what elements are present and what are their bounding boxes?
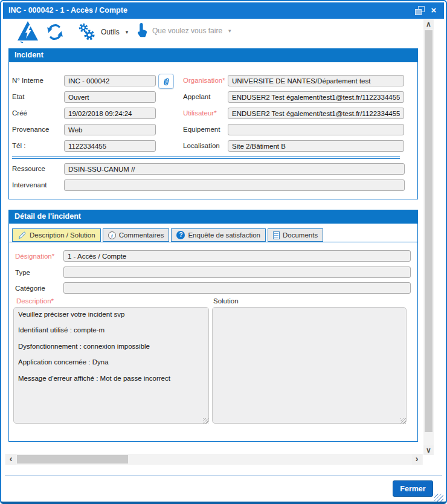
equipment-label: Equipement	[183, 126, 220, 133]
tab-enquete-satisfaction[interactable]: ? Enquête de satisfaction	[171, 228, 266, 242]
category-field[interactable]	[63, 282, 411, 294]
phone-field[interactable]	[64, 140, 156, 152]
warning-triangle-icon	[17, 20, 39, 43]
chevron-down-icon: ▾	[228, 28, 231, 34]
designation-label: Désignation*	[15, 253, 54, 260]
tabs-baseline	[9, 242, 417, 242]
question-icon: ?	[176, 231, 185, 239]
horizontal-scrollbar-thumb[interactable]	[17, 455, 128, 464]
incident-panel-title: Incident	[14, 51, 43, 59]
created-label: Créé	[12, 109, 27, 117]
location-label: Localisation	[183, 142, 220, 149]
popout-icon[interactable]	[415, 6, 425, 15]
description-resize-grip[interactable]	[203, 418, 208, 424]
internal-number-label: N° Interne	[12, 77, 43, 84]
tab-label: Documents	[283, 231, 318, 239]
solution-label: Solution	[213, 297, 239, 305]
vertical-scrollbar-thumb[interactable]	[425, 30, 433, 432]
gears-icon	[77, 22, 97, 42]
tools-menu-button[interactable]: Outils ▾	[77, 22, 128, 42]
equipment-field[interactable]	[228, 124, 404, 135]
type-label: Type	[15, 269, 30, 276]
caller-label: Appelant	[183, 93, 210, 100]
internal-number-field[interactable]	[64, 75, 156, 86]
detail-tabs: Description / Solution i Commentaires ? …	[12, 228, 323, 242]
state-label: Etat	[12, 93, 24, 100]
tab-documents[interactable]: Documents	[268, 228, 323, 242]
designation-field[interactable]	[63, 250, 411, 262]
paperclip-icon	[161, 76, 172, 87]
scroll-right-arrow[interactable]: ›	[412, 454, 422, 465]
dialog-titlebar: INC - 000042 - 1 - Accès / Compte ×	[3, 2, 444, 19]
state-field[interactable]	[64, 91, 156, 103]
incident-dialog: INC - 000042 - 1 - Accès / Compte ×	[0, 0, 447, 504]
scroll-up-arrow[interactable]: ∧	[423, 19, 434, 29]
scroll-down-arrow[interactable]: ∨	[423, 445, 434, 455]
tab-label: Description / Solution	[30, 231, 95, 239]
user-label: Utilisateur*	[183, 109, 217, 117]
document-icon	[273, 231, 280, 239]
tab-label: Commentaires	[119, 231, 164, 239]
hand-pointer-icon	[135, 22, 149, 40]
origin-label: Provenance	[12, 126, 49, 133]
window-resize-grip[interactable]	[434, 494, 443, 502]
incident-panel-header: Incident	[8, 48, 418, 62]
resource-field[interactable]	[64, 163, 405, 175]
created-field[interactable]	[64, 108, 156, 119]
incident-alert-button[interactable]	[17, 20, 39, 45]
close-icon[interactable]: ×	[428, 2, 439, 19]
caller-field[interactable]	[228, 91, 404, 103]
fermer-button[interactable]: Fermer	[393, 480, 433, 497]
scroll-left-arrow[interactable]: ‹	[6, 454, 16, 465]
user-field[interactable]	[228, 108, 404, 119]
origin-field[interactable]	[64, 124, 156, 135]
dialog-title: INC - 000042 - 1 - Accès / Compte	[8, 6, 127, 15]
footer-divider	[5, 475, 442, 476]
chevron-down-icon: ▾	[126, 29, 129, 35]
tab-label: Enquête de satisfaction	[188, 231, 260, 239]
tools-menu-label: Outils	[101, 28, 120, 36]
category-label: Catégorie	[15, 285, 45, 292]
description-label: Description*	[16, 297, 54, 305]
detail-panel-title: Détail de l'incident	[14, 212, 81, 221]
actions-menu-label: Que voulez vous faire	[152, 27, 222, 35]
tab-description-solution[interactable]: Description / Solution	[12, 228, 101, 242]
assignee-label: Intervenant	[12, 181, 47, 189]
assignee-field[interactable]	[64, 179, 405, 191]
refresh-button[interactable]	[47, 24, 63, 43]
detail-panel-header: Détail de l'incident	[8, 210, 418, 224]
phone-label: Tél :	[12, 142, 25, 149]
solution-textarea[interactable]	[212, 307, 407, 424]
description-textarea[interactable]: Veuillez préciser votre incident svp Ide…	[13, 307, 209, 424]
location-field[interactable]	[228, 140, 404, 152]
organisation-field[interactable]	[228, 75, 404, 86]
resource-label: Ressource	[12, 165, 45, 172]
type-field[interactable]	[63, 267, 411, 278]
organisation-label: Organisation*	[183, 77, 225, 84]
solution-resize-grip[interactable]	[400, 418, 406, 424]
section-divider	[12, 157, 400, 159]
attachment-button[interactable]	[158, 74, 174, 89]
pencil-icon	[18, 231, 27, 240]
tab-commentaires[interactable]: i Commentaires	[103, 228, 170, 242]
info-icon: i	[108, 231, 116, 239]
actions-menu-button[interactable]: Que voulez vous faire ▾	[135, 22, 231, 40]
refresh-icon	[47, 24, 63, 40]
